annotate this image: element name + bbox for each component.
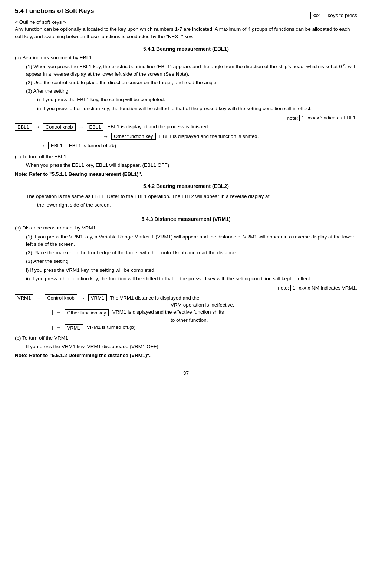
key-ebl1-start: EBL1	[15, 123, 32, 131]
flow-543-2-desc1: VRM1 is displayed and the effective func…	[112, 309, 224, 315]
step-543-2: (2) Place the marker on the front edge o…	[15, 249, 357, 257]
arrow-543-2: →	[80, 295, 85, 301]
flow-541-2: → Other function key EBL1 is displayed a…	[100, 133, 357, 140]
arrow-543-1: →	[36, 295, 42, 301]
flow-543-1-desc2: VRM operation is ineffective.	[171, 302, 357, 308]
step-541-3: (3) After the setting	[15, 87, 357, 95]
keys-legend: xxx = keys to press	[310, 12, 357, 19]
flow-543-3-bar: |	[52, 324, 53, 330]
section-543-title: 5.4.3 Distance measurement (VRM1)	[15, 216, 357, 222]
legend-key-box: xxx	[310, 12, 322, 19]
page-title: 5.4 Functions of Soft Keys	[15, 7, 357, 16]
note-543: note: 1 xxx.x NM indicates VRM1.	[15, 285, 357, 291]
substep-543-ii: ii) If you press other function key, the…	[15, 275, 357, 283]
part-a-label-543: (a) Distance measurement by VRM1	[15, 224, 357, 232]
section-542-title: 5.4.2 Bearing measurement (EBL2)	[15, 183, 357, 189]
key-vrm1-start: VRM1	[15, 294, 33, 301]
note-541: note: 1 xxx.x oindicates EBL1.	[15, 115, 357, 122]
step-543-1: (1) If you press the VRM1 key, a Variabl…	[15, 233, 357, 248]
part-b-text-541: When you press the EBL1 key, EBL1 will d…	[15, 162, 357, 169]
note-suffix-543: xxx.x NM indicates VRM1.	[299, 285, 357, 291]
substep-543-i: i) If you press the VRM1 key, the settin…	[15, 267, 357, 274]
key-ebl1-end-541: EBL1	[87, 123, 104, 131]
flow-541-2-desc: EBL1 is displayed and the function is sh…	[159, 133, 259, 140]
step-543-3: (3) After the setting	[15, 258, 357, 265]
substep-541-ii: ii) If you press other function key, the…	[15, 105, 357, 112]
step-541-2: (2) Use the control knob to place the di…	[15, 79, 357, 86]
flow-543-3-desc: VRM1 is turned off.(b)	[87, 324, 136, 330]
section-542-desc2: the lower right side of the screen.	[15, 201, 357, 209]
flow-543-row2: | → Other function key VRM1 is displayed…	[15, 309, 357, 316]
note-bold-543: Note: Refer to "5.5.1.2 Determining the …	[15, 352, 357, 359]
flow-543-row1: VRM1 → Control knob → VRM1 The VRM1 dist…	[15, 294, 357, 301]
page-number: 37	[15, 370, 357, 376]
note-num-543: 1	[290, 285, 297, 291]
vrm-flow-container: VRM1 → Control knob → VRM1 The VRM1 dist…	[15, 294, 357, 331]
flow-541-3: → EBL1 EBL1 is turned off.(b)	[37, 142, 357, 149]
key-vrm1-off-543: VRM1	[65, 324, 83, 331]
section-541-title: 5.4.1 Bearing measurement (EBL1)	[15, 46, 357, 52]
key-ebl1-off-541: EBL1	[48, 142, 65, 149]
part-b-title-541: (b) To turn off the EBL1	[15, 153, 357, 161]
key-control-knob-541: Control knob	[43, 123, 76, 131]
key-vrm1-end-543: VRM1	[88, 294, 107, 301]
note-num-541: 1	[299, 115, 306, 121]
flow-543-row3: | → VRM1 VRM1 is turned off.(b)	[15, 324, 357, 331]
flow-543-2-bar: |	[52, 309, 53, 315]
key-control-knob-543: Control knob	[45, 294, 77, 301]
part-a-label-541: (a) Bearing measurement by EBL1	[15, 54, 357, 62]
arrow-541-1: →	[35, 124, 40, 130]
note-label-543: note:	[278, 285, 289, 291]
key-other-func-541: Other function key	[111, 133, 156, 140]
flow-541-3-desc: EBL1 is turned off.(b)	[69, 142, 116, 149]
part-b-text-543: If you press the VRM1 key, VRM1 disappea…	[15, 343, 357, 350]
section-542-desc1: The operation is the same as EBL1. Refer…	[15, 193, 357, 200]
note-bold-541: Note: Refer to "5.5.1.1 Bearing measurem…	[15, 171, 357, 178]
step-541-1: (1) When you press the EBL1 key, the ele…	[15, 63, 357, 78]
arrow-543-3: →	[56, 309, 62, 315]
flow-541-1-desc: EBL1 is displayed and the process is fin…	[107, 123, 209, 131]
key-other-func-543: Other function key	[65, 309, 109, 316]
flow-543-2-desc2: to other function.	[171, 317, 357, 323]
arrow-541-2: →	[79, 124, 84, 130]
legend-text: = keys to press	[323, 13, 357, 18]
flow-541-1: EBL1 → Control knob → EBL1 EBL1 is displ…	[15, 123, 357, 131]
outline-header: < Outline of soft keys >	[15, 19, 357, 25]
substep-541-i: i) If you press the EBL1 key, the settin…	[15, 96, 357, 103]
note-label-541: note:	[287, 115, 299, 120]
note-suffix-541: xxx.x oindicates EBL1.	[308, 115, 357, 120]
arrow-541-3: →	[103, 133, 108, 139]
part-b-title-543: (b) To turn off the VRM1	[15, 334, 357, 342]
arrow-543-4: →	[56, 324, 62, 330]
flow-543-1-desc1: The VRM1 distance is displayed and the	[110, 295, 200, 301]
intro-text: Any function can be optionally allocated…	[15, 26, 357, 41]
arrow-541-4: →	[40, 143, 45, 149]
